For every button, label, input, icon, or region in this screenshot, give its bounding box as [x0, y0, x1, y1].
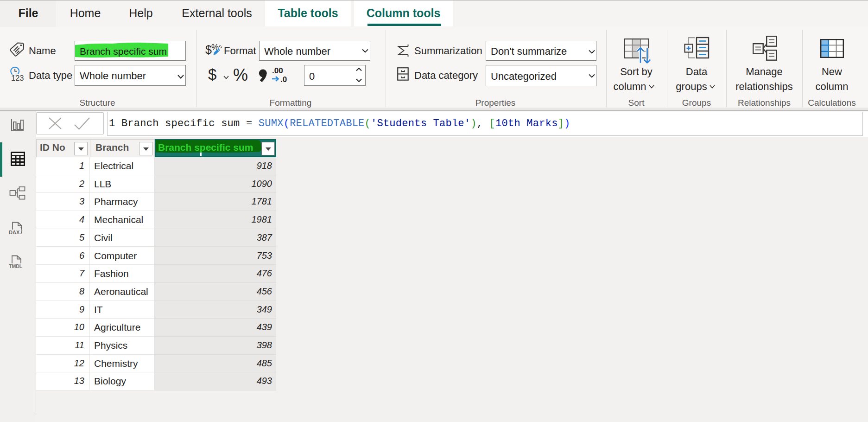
svg-text:DAX: DAX — [9, 230, 20, 235]
svg-text:.0: .0 — [280, 75, 287, 83]
svg-text:TMDL: TMDL — [9, 263, 23, 269]
svg-text:123: 123 — [11, 74, 24, 82]
svg-text:.00: .00 — [272, 67, 283, 75]
